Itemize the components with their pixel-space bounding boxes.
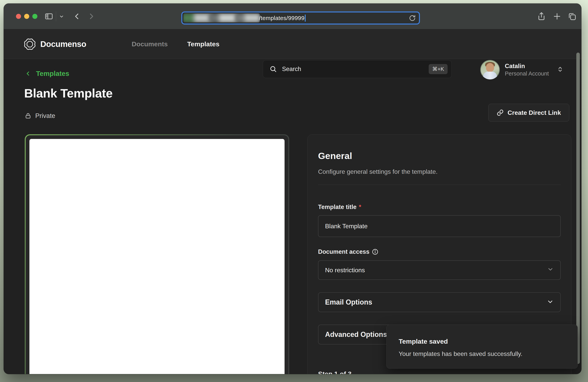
email-options-label: Email Options <box>325 298 372 306</box>
info-icon[interactable] <box>372 248 378 255</box>
sidebar-toggle-icon[interactable] <box>44 12 54 21</box>
page-scrollbar[interactable] <box>576 53 580 364</box>
document-preview-card <box>25 134 289 374</box>
page-title: Blank Template <box>24 86 113 100</box>
toast-notification: Template saved Your templates has been s… <box>386 325 578 369</box>
address-bar[interactable]: /templates/99999 <box>181 12 420 24</box>
create-direct-link-button[interactable]: Create Direct Link <box>488 104 569 122</box>
browser-toolbar: /templates/99999 <box>4 3 581 29</box>
back-icon[interactable] <box>72 12 82 21</box>
advanced-options-label: Advanced Options <box>325 330 387 339</box>
email-options-accordion[interactable]: Email Options <box>318 292 561 312</box>
text-cursor <box>305 15 306 22</box>
breadcrumb-label: Templates <box>36 70 69 77</box>
search-shortcut-badge: ⌘+K <box>429 64 448 74</box>
documenso-logo-icon <box>23 38 36 50</box>
template-title-input[interactable] <box>318 215 561 237</box>
minimize-window-button[interactable] <box>24 14 29 19</box>
visibility-label: Private <box>35 112 55 119</box>
user-account-type: Personal Account <box>505 70 549 77</box>
account-menu[interactable]: Catalin Personal Account <box>480 60 564 79</box>
blurred-domain <box>184 13 260 22</box>
search-input[interactable]: Search ⌘+K <box>263 60 452 78</box>
document-access-value: No restrictions <box>325 267 365 274</box>
create-direct-link-label: Create Direct Link <box>507 109 561 116</box>
document-preview-frame <box>26 135 288 374</box>
visibility-status: Private <box>25 112 55 119</box>
required-asterisk: * <box>359 204 361 210</box>
brand-logo[interactable]: Documenso <box>23 29 86 59</box>
blank-document-page[interactable] <box>29 139 285 374</box>
reload-icon[interactable] <box>409 15 416 22</box>
chevron-left-icon <box>25 70 31 77</box>
toast-title: Template saved <box>399 338 566 345</box>
app-header: Documenso Documents Templates Search ⌘+K <box>4 29 581 59</box>
panel-heading: General <box>318 151 561 161</box>
forward-icon[interactable] <box>87 12 96 21</box>
document-access-label: Document access <box>318 248 561 255</box>
chevron-down-icon <box>547 298 554 306</box>
chevrons-up-down-icon <box>557 65 564 74</box>
search-placeholder: Search <box>282 66 424 73</box>
toast-message: Your templates has been saved successful… <box>399 350 566 358</box>
link-icon <box>497 109 504 116</box>
lock-icon <box>25 113 31 119</box>
template-title-label: Template title * <box>318 204 561 210</box>
share-icon[interactable] <box>537 12 546 21</box>
avatar <box>480 60 500 79</box>
toolbar-divider <box>56 11 56 21</box>
brand-name: Documenso <box>40 39 86 49</box>
zoom-window-button[interactable] <box>32 14 37 19</box>
document-access-select[interactable]: No restrictions <box>318 260 561 280</box>
user-name: Catalin <box>505 63 549 70</box>
tab-overview-icon[interactable] <box>567 12 577 21</box>
nav-item-documents[interactable]: Documents <box>132 29 168 59</box>
close-window-button[interactable] <box>16 14 21 19</box>
url-path-text: /templates/99999 <box>259 15 304 21</box>
panel-divider <box>318 185 561 185</box>
chevron-down-icon <box>547 266 554 274</box>
panel-description: Configure general settings for the templ… <box>318 168 561 175</box>
tab-group-chevron-icon[interactable] <box>59 14 64 19</box>
desktop-background: /templates/99999 <box>0 0 588 382</box>
nav-item-templates[interactable]: Templates <box>187 29 219 59</box>
step-indicator: Step 1 of 3 <box>318 370 352 374</box>
breadcrumb-templates-link[interactable]: Templates <box>25 70 69 77</box>
browser-window: /templates/99999 <box>4 3 581 374</box>
new-tab-icon[interactable] <box>553 12 562 21</box>
search-icon <box>270 65 277 73</box>
